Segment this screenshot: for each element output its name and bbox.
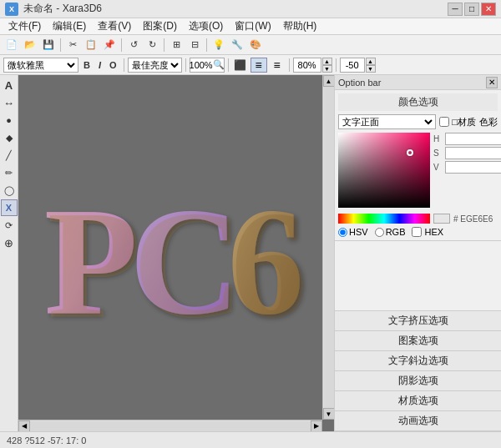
color-gradient-canvas[interactable] bbox=[338, 133, 430, 208]
s-label: S bbox=[433, 148, 443, 158]
scroll-down-button[interactable]: ▼ bbox=[323, 408, 335, 420]
undo-button[interactable]: ↺ bbox=[125, 37, 142, 53]
scroll-right-button[interactable]: ▶ bbox=[311, 420, 322, 432]
text-bevel-button[interactable]: 文字斜边选项 bbox=[335, 351, 501, 371]
scroll-left-button[interactable]: ◀ bbox=[18, 420, 30, 432]
zoom-pct-group: ▲ ▼ bbox=[293, 58, 332, 73]
zoom-down[interactable]: ▼ bbox=[322, 65, 332, 73]
zoom-icon: 🔍 bbox=[213, 59, 225, 70]
align-left-button[interactable]: ⬛ bbox=[232, 58, 249, 73]
font-selector[interactable]: 微软雅黑 bbox=[3, 58, 78, 73]
hscrollbar[interactable]: ◀ ▶ bbox=[18, 420, 322, 431]
tool-rotate[interactable]: ⟳ bbox=[1, 217, 18, 234]
window-title: 未命名 - Xara3D6 bbox=[23, 2, 102, 16]
size-selector[interactable]: 最佳亮度 bbox=[128, 58, 182, 73]
save-button[interactable]: 💾 bbox=[40, 37, 57, 53]
toolbar-2: 微软雅黑 B I O 最佳亮度 100% 🔍 ⬛ ≡ ≡ ▲ ▼ ▲ ▼ bbox=[0, 55, 501, 75]
hsv-radio[interactable] bbox=[338, 228, 347, 237]
svg-text:P: P bbox=[48, 179, 141, 350]
menu-edit[interactable]: 编辑(E) bbox=[48, 18, 91, 34]
vscrollbar[interactable]: ▲ ▼ bbox=[322, 75, 334, 420]
paste-button[interactable]: 📌 bbox=[101, 37, 118, 53]
material-checkbox[interactable] bbox=[439, 117, 449, 127]
menu-window[interactable]: 窗口(W) bbox=[230, 18, 276, 34]
menu-pattern[interactable]: 图案(D) bbox=[138, 18, 182, 34]
color-options-panel: 颜色选项 文字正面 文字侧面 文字背面 文字顶面 □材质 色彩 bbox=[335, 90, 501, 241]
tool-circle[interactable]: ◯ bbox=[1, 182, 18, 199]
app-icon: X bbox=[5, 3, 18, 16]
menu-file[interactable]: 文件(F) bbox=[3, 18, 46, 34]
rgb-radio[interactable] bbox=[375, 228, 384, 237]
hsv-label[interactable]: HSV bbox=[338, 227, 368, 237]
scroll-up-button[interactable]: ▲ bbox=[323, 75, 335, 87]
canvas-area[interactable]: P C 6 P C 6 ▲ ▼ ◀ ▶ bbox=[18, 75, 334, 431]
redo-button[interactable]: ↻ bbox=[144, 37, 160, 53]
align-right-button[interactable]: ≡ bbox=[269, 58, 286, 73]
v-row: V ▲ ▼ bbox=[433, 161, 501, 174]
material-group: □材质 bbox=[439, 116, 476, 128]
text-extrude-button[interactable]: 文字挤压选项 bbox=[335, 311, 501, 331]
tool-A[interactable]: A bbox=[1, 77, 18, 93]
zoom-in-button[interactable]: ⊞ bbox=[168, 37, 185, 53]
copy-button[interactable]: 📋 bbox=[83, 37, 99, 53]
v-input[interactable] bbox=[445, 161, 501, 174]
zoom-up[interactable]: ▲ bbox=[322, 58, 332, 65]
hex-checkbox[interactable] bbox=[412, 227, 422, 237]
bold-button[interactable]: B bbox=[80, 58, 94, 73]
hex-value-label: # EGE6E6 bbox=[453, 214, 493, 224]
offset-input[interactable] bbox=[340, 58, 365, 73]
italic-button[interactable]: I bbox=[95, 58, 104, 73]
color-picker-area: H ▲ ▼ S ▲ ▼ bbox=[338, 133, 498, 210]
menu-help[interactable]: 帮助(H) bbox=[278, 18, 322, 34]
light-button[interactable]: 💡 bbox=[210, 37, 227, 53]
face-selector[interactable]: 文字正面 文字侧面 文字背面 文字顶面 bbox=[338, 114, 436, 129]
sidebar-left: A ↔ ● ◆ ╱ ✏ ◯ X ⟳ ⊕ bbox=[0, 75, 18, 431]
tool-xara[interactable]: X bbox=[1, 199, 18, 216]
settings-button[interactable]: 🔧 bbox=[229, 37, 245, 53]
vscroll-track bbox=[324, 87, 334, 408]
align-center-button[interactable]: ≡ bbox=[250, 58, 267, 73]
menu-options[interactable]: 选项(O) bbox=[184, 18, 228, 34]
tool-plus[interactable]: ⊕ bbox=[1, 234, 18, 251]
sep-1 bbox=[60, 38, 61, 52]
material-label: □材质 bbox=[452, 116, 476, 128]
open-button[interactable]: 📂 bbox=[22, 37, 38, 53]
tool-oval[interactable]: ● bbox=[1, 112, 18, 128]
option-bar-title: Option bar bbox=[338, 78, 381, 88]
menu-bar: 文件(F) 编辑(E) 查看(V) 图案(D) 选项(O) 窗口(W) 帮助(H… bbox=[0, 18, 501, 35]
offset-down[interactable]: ▼ bbox=[366, 65, 376, 73]
shadow-button[interactable]: 阴影选项 bbox=[335, 371, 501, 391]
hue-bar[interactable] bbox=[338, 214, 430, 224]
tool-diamond[interactable]: ◆ bbox=[1, 129, 18, 146]
color-label: 色彩 bbox=[479, 116, 498, 128]
s-input[interactable] bbox=[445, 147, 501, 159]
color-button[interactable]: 🎨 bbox=[247, 37, 264, 53]
svg-text:6: 6 bbox=[230, 179, 307, 350]
tool-line[interactable]: ╱ bbox=[1, 147, 18, 164]
zoom-pct-input[interactable] bbox=[293, 58, 321, 73]
tool-select[interactable]: ↔ bbox=[1, 94, 18, 111]
offset-up[interactable]: ▲ bbox=[366, 58, 376, 65]
maximize-button[interactable]: □ bbox=[464, 3, 479, 16]
new-button[interactable]: 📄 bbox=[3, 37, 20, 53]
s-row: S ▲ ▼ bbox=[433, 147, 501, 159]
sep-8 bbox=[289, 58, 290, 72]
option-bar-close-button[interactable]: ✕ bbox=[486, 77, 498, 88]
gradient-container bbox=[338, 133, 430, 210]
mode-row: HSV RGB HEX bbox=[338, 227, 498, 237]
sep-7 bbox=[228, 58, 229, 72]
menu-view[interactable]: 查看(V) bbox=[93, 18, 136, 34]
option-bar-header: Option bar ✕ bbox=[335, 75, 501, 90]
rgb-label[interactable]: RGB bbox=[375, 227, 406, 237]
zoom-out-button[interactable]: ⊟ bbox=[186, 37, 203, 53]
h-input[interactable] bbox=[445, 133, 501, 145]
material-btn[interactable]: 材质选项 bbox=[335, 391, 501, 411]
outline-button[interactable]: O bbox=[106, 58, 120, 73]
cut-button[interactable]: ✂ bbox=[64, 37, 81, 53]
pattern-button[interactable]: 图案选项 bbox=[335, 331, 501, 351]
minimize-button[interactable]: ─ bbox=[448, 3, 463, 16]
close-button[interactable]: ✕ bbox=[481, 3, 496, 16]
tool-pen[interactable]: ✏ bbox=[1, 164, 18, 181]
animation-button[interactable]: 动画选项 bbox=[335, 411, 501, 431]
hscroll-track bbox=[30, 421, 311, 431]
